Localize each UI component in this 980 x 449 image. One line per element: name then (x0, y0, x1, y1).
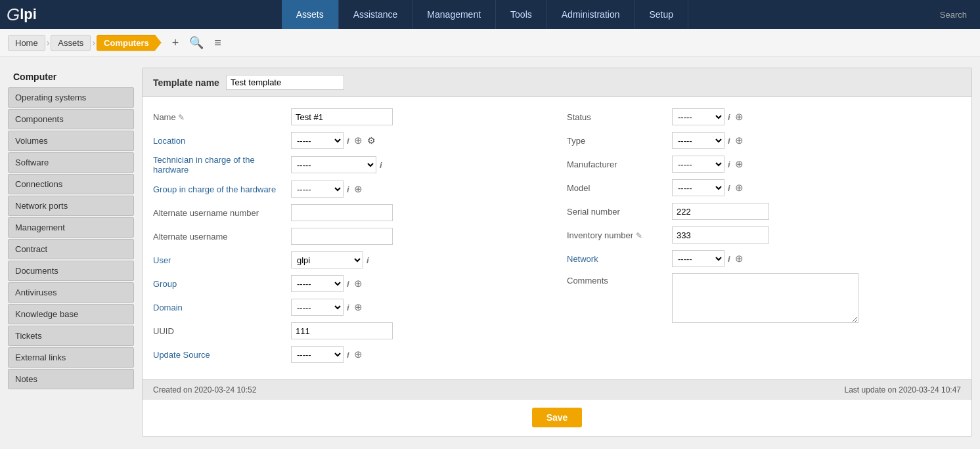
breadcrumb-home[interactable]: Home (8, 35, 45, 51)
group-control: ----- i ⊕ (291, 275, 364, 292)
sidebar-item-contract[interactable]: Contract (8, 239, 134, 259)
location-info-btn[interactable]: i (345, 135, 351, 146)
user-select[interactable]: glpi (291, 251, 363, 268)
model-add-btn[interactable]: ⊕ (734, 181, 745, 194)
technician-info-btn[interactable]: i (378, 159, 384, 171)
status-add-btn[interactable]: ⊕ (734, 110, 745, 123)
sidebar-item-knowledge-base[interactable]: Knowledge base (8, 304, 134, 324)
created-label: Created on 2020-03-24 10:52 (153, 385, 256, 395)
sidebar-item-components[interactable]: Components (8, 109, 134, 129)
technician-select[interactable]: ----- (291, 156, 376, 173)
add-button[interactable]: + (169, 35, 182, 51)
uuid-label: UUID (153, 326, 291, 336)
manufacturer-info-btn[interactable]: i (726, 158, 732, 170)
group-add-btn[interactable]: ⊕ (353, 277, 364, 290)
nav-management[interactable]: Management (412, 0, 496, 29)
network-add-btn[interactable]: ⊕ (734, 252, 745, 265)
network-select[interactable]: ----- (672, 250, 724, 267)
sidebar-item-tickets[interactable]: Tickets (8, 326, 134, 346)
domain-add-btn[interactable]: ⊕ (353, 301, 364, 314)
update-source-add-btn[interactable]: ⊕ (353, 348, 364, 361)
inventory-edit-icon[interactable]: ✎ (636, 231, 642, 240)
comments-textarea[interactable] (672, 273, 858, 323)
uuid-input[interactable] (291, 322, 393, 339)
status-info-btn[interactable]: i (726, 111, 732, 123)
model-label: Model (567, 183, 672, 193)
manufacturer-add-btn[interactable]: ⊕ (734, 158, 745, 171)
sidebar-item-documents[interactable]: Documents (8, 261, 134, 281)
sidebar-item-network-ports[interactable]: Network ports (8, 196, 134, 216)
sidebar-item-software[interactable]: Software (8, 152, 134, 173)
sidebar-item-antiviruses[interactable]: Antiviruses (8, 282, 134, 303)
nav-assistance[interactable]: Assistance (339, 0, 413, 29)
model-info-btn[interactable]: i (726, 182, 732, 194)
form-row-type: Type ----- i ⊕ (567, 131, 961, 150)
manufacturer-control: ----- i ⊕ (672, 156, 745, 173)
user-info-btn[interactable]: i (365, 254, 370, 266)
location-select[interactable]: ----- (291, 132, 344, 149)
inventory-number-label: Inventory number ✎ (567, 230, 672, 240)
sidebar-item-management[interactable]: Management (8, 217, 134, 238)
location-add-btn[interactable]: ⊕ (353, 134, 364, 147)
name-label: Name ✎ (153, 112, 291, 122)
alt-username-number-input[interactable] (291, 204, 393, 221)
sidebar-item-volumes[interactable]: Volumes (8, 131, 134, 151)
form-row-comments: Comments (567, 273, 961, 323)
search-box: Search (933, 10, 973, 20)
alt-username-input[interactable] (291, 228, 393, 245)
sidebar-item-operating-systems[interactable]: Operating systems (8, 87, 134, 108)
breadcrumb-assets[interactable]: Assets (51, 35, 91, 51)
network-info-btn[interactable]: i (726, 253, 732, 265)
manufacturer-select[interactable]: ----- (672, 156, 724, 173)
domain-info-btn[interactable]: i (345, 301, 351, 313)
nav-tools[interactable]: Tools (496, 0, 547, 29)
form-left-column: Name ✎ Location ----- i ⊕ (153, 108, 547, 369)
update-source-info-btn[interactable]: i (345, 349, 351, 360)
model-select[interactable]: ----- (672, 179, 724, 196)
location-config-btn[interactable]: ⚙ (366, 135, 377, 146)
logo-text: lpi (20, 6, 37, 23)
type-select[interactable]: ----- (672, 132, 724, 149)
group-charge-select[interactable]: ----- (291, 181, 344, 198)
list-button[interactable]: ≡ (212, 35, 224, 51)
inventory-number-input[interactable] (672, 226, 769, 244)
group-select[interactable]: ----- (291, 275, 344, 292)
type-info-btn[interactable]: i (726, 135, 732, 146)
form-row-group: Group ----- i ⊕ (153, 274, 547, 293)
sidebar-item-external-links[interactable]: External links (8, 347, 134, 368)
name-input[interactable] (291, 108, 393, 125)
group-charge-label: Group in charge of the hardware (153, 184, 291, 194)
serial-number-input[interactable] (672, 203, 769, 220)
form-row-alt-username-number: Alternate username number (153, 203, 547, 222)
form-row-alt-username: Alternate username (153, 227, 547, 246)
group-info-btn[interactable]: i (345, 278, 351, 289)
top-bar: G lpi Assets Assistance Management Tools… (0, 0, 980, 29)
group-charge-info-btn[interactable]: i (345, 183, 351, 195)
form-right-column: Status ----- i ⊕ Type ----- (567, 108, 961, 369)
location-control: ----- i ⊕ ⚙ (291, 132, 377, 149)
save-button[interactable]: Save (532, 408, 583, 427)
breadcrumb-actions: + 🔍 ≡ (169, 34, 224, 51)
type-add-btn[interactable]: ⊕ (734, 134, 745, 147)
group-charge-control: ----- i ⊕ (291, 181, 364, 198)
alt-username-label: Alternate username (153, 232, 291, 242)
update-source-select[interactable]: ----- (291, 346, 344, 363)
domain-select[interactable]: ----- (291, 299, 344, 316)
group-charge-add-btn[interactable]: ⊕ (353, 182, 364, 196)
technician-label: Technician in charge of the hardware (153, 155, 291, 175)
status-select[interactable]: ----- (672, 108, 724, 125)
top-navigation: Assets Assistance Management Tools Admin… (282, 0, 688, 29)
nav-administration[interactable]: Administration (547, 0, 635, 29)
update-source-control: ----- i ⊕ (291, 346, 364, 363)
nav-setup[interactable]: Setup (635, 0, 688, 29)
serial-number-label: Serial number (567, 207, 672, 217)
sidebar-item-connections[interactable]: Connections (8, 174, 134, 194)
sidebar-item-notes[interactable]: Notes (8, 369, 134, 389)
name-edit-icon[interactable]: ✎ (178, 113, 185, 122)
search-button[interactable]: 🔍 (187, 34, 206, 51)
template-name-input[interactable] (226, 75, 344, 90)
domain-label: Domain (153, 303, 291, 312)
breadcrumb-computers[interactable]: Computers (97, 35, 162, 51)
nav-assets[interactable]: Assets (282, 0, 339, 29)
form-row-name: Name ✎ (153, 108, 547, 126)
